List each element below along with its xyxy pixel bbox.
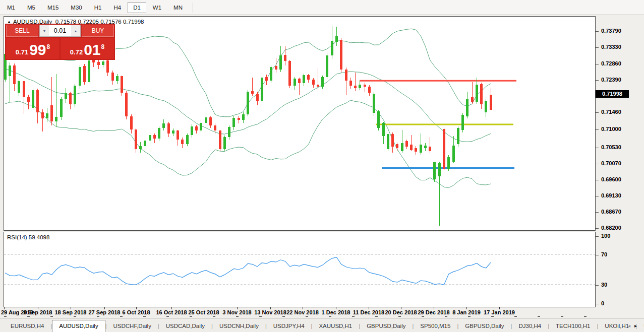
symbol-tab-gbpusd-daily[interactable]: GBPUSD,Daily: [360, 321, 412, 332]
date-minor-tick: [166, 316, 169, 317]
tab-scroll-right-icon[interactable]: ▸: [634, 323, 641, 328]
axis-tick: [596, 148, 599, 148]
timeframe-button-m1[interactable]: M1: [2, 2, 21, 13]
date-minor-tick: [422, 316, 424, 317]
axis-tick: [596, 64, 599, 64]
lot-decrease-icon[interactable]: ▼: [40, 25, 49, 36]
rsi-axis-label: 70: [601, 251, 607, 257]
date-minor-tick: [74, 316, 76, 317]
one-click-trading-widget: SELL ▼ ▲ BUY 0.71 99 8 0.72 01 8: [5, 24, 115, 60]
tab-scroll-left-icon[interactable]: ◂: [628, 323, 634, 328]
date-axis-label: 11 Dec 2018: [353, 309, 384, 315]
rsi-axis-label: 100: [601, 233, 610, 239]
price-axis-label: 0.73330: [601, 44, 621, 50]
timeframe-button-m30[interactable]: M30: [65, 2, 87, 13]
price-axis-label: 0.71460: [601, 109, 621, 115]
date-axis-label: 25 Oct 2018: [188, 309, 219, 315]
lot-increase-icon[interactable]: ▲: [71, 25, 80, 36]
timeframe-button-mn[interactable]: MN: [168, 2, 188, 13]
buy-price-small: 0.72: [70, 48, 83, 56]
axis-tick: [596, 112, 599, 113]
axis-tick: [596, 304, 599, 304]
symbol-tab-dj30-h4[interactable]: DJ30,H4: [512, 321, 548, 332]
date-axis-label: 3 Nov 2018: [222, 309, 251, 315]
timeframe-button-d1[interactable]: D1: [128, 2, 146, 13]
buy-price-button[interactable]: 0.72 01 8: [61, 38, 114, 59]
price-axis-label: 0.72860: [601, 60, 621, 67]
sell-price-big: 99: [29, 42, 46, 57]
price-axis-label: 0.68670: [601, 209, 621, 215]
timeframe-button-m5[interactable]: M5: [22, 2, 41, 13]
symbol-tab-xauusd-h1[interactable]: XAUUSD,H1: [312, 321, 359, 332]
symbol-tab-tech100-h1[interactable]: TECH100,H1: [549, 321, 597, 332]
axis-tick: [596, 164, 599, 164]
timeframe-toolbar: M1M5M15M30H1H4D1W1MN: [0, 0, 644, 15]
price-axis-label: 0.73790: [601, 28, 621, 34]
buy-button[interactable]: BUY: [82, 25, 114, 37]
toolbar-separator: [193, 3, 193, 13]
sell-price-button[interactable]: 0.71 99 8: [6, 38, 60, 59]
timeframe-button-m15[interactable]: M15: [42, 2, 64, 13]
sell-price-small: 0.71: [16, 48, 28, 56]
date-axis-label: 27 Sep 2018: [89, 309, 121, 315]
date-minor-tick: [259, 316, 262, 317]
timeframe-button-h4[interactable]: H4: [108, 2, 127, 13]
date-axis-label: 8 Jan 2019: [452, 309, 481, 315]
date-minor-tick: [561, 316, 563, 317]
date-axis-label: 1 Dec 2018: [322, 309, 350, 315]
date-minor-tick: [538, 316, 540, 317]
date-minor-tick: [398, 316, 401, 317]
date-axis-label: 13 Nov 2018: [254, 309, 286, 315]
rsi-axis-label: 0: [601, 300, 604, 306]
symbol-tab-sp500-m15[interactable]: SP500,M15: [414, 321, 457, 332]
axis-tick: [596, 236, 599, 237]
date-axis-label: 20 Dec 2018: [385, 309, 417, 315]
lot-size-stepper: ▼ ▲: [39, 25, 81, 37]
rsi-chart[interactable]: [4, 232, 595, 307]
axis-tick: [596, 212, 599, 213]
price-axis-label: 0.69600: [601, 176, 621, 182]
buy-price-big: 01: [84, 42, 100, 57]
price-axis-label: 0.72390: [601, 77, 621, 83]
price-axis-label: 0.69130: [601, 192, 621, 198]
date-minor-tick: [27, 316, 30, 317]
symbol-tab-usdchf-daily[interactable]: USDCHF,Daily: [107, 321, 158, 332]
date-minor-tick: [445, 316, 447, 317]
symbol-tab-audusd-daily[interactable]: AUDUSD,Daily: [52, 320, 105, 332]
date-axis: 29 Aug 20188 Sep 201818 Sep 201827 Sep 2…: [0, 307, 644, 318]
rsi-indicator-label: RSI(14) 59.4098: [7, 234, 49, 240]
date-minor-tick: [4, 316, 7, 317]
date-minor-tick: [282, 316, 285, 317]
sell-price-sup: 8: [47, 43, 50, 50]
date-minor-tick: [352, 316, 355, 317]
date-minor-tick: [306, 316, 308, 317]
sell-button[interactable]: SELL: [6, 25, 38, 37]
current-price-marker: 0.71998: [596, 90, 629, 98]
trading-platform-window: M1M5M15M30H1H4D1W1MN ▲AUDUSD,Daily 0.715…: [0, 0, 644, 332]
date-minor-tick: [329, 316, 331, 317]
tab-scroll-arrows: ◂▸: [628, 323, 641, 328]
date-axis-label: 18 Sep 2018: [55, 309, 87, 315]
axis-tick: [596, 255, 599, 255]
price-axis-label: 0.70530: [601, 144, 621, 150]
axis-tick: [596, 180, 599, 180]
timeframe-button-h1[interactable]: H1: [89, 2, 107, 13]
axis-tick: [596, 31, 599, 32]
date-minor-tick: [468, 316, 471, 317]
symbol-tab-gbpusd-daily[interactable]: GBPUSD,Daily: [458, 321, 510, 332]
symbol-tab-usdcnh-daily[interactable]: USDCNH,Daily: [213, 321, 265, 332]
date-minor-tick: [213, 316, 215, 317]
rsi-indicator-pane[interactable]: [4, 232, 596, 307]
symbol-tab-eurusd-h4[interactable]: EURUSD,H4: [4, 321, 50, 332]
date-minor-tick: [143, 316, 146, 317]
symbol-tab-usdjpy-h4[interactable]: USDJPY,H4: [267, 321, 311, 332]
date-minor-tick: [491, 316, 494, 317]
timeframe-button-w1[interactable]: W1: [147, 2, 167, 13]
date-axis-label: 8 Sep 2018: [24, 309, 52, 315]
price-axis-label: 0.71000: [601, 126, 621, 132]
axis-tick: [596, 285, 599, 286]
lot-size-input[interactable]: [49, 25, 71, 36]
symbol-tab-usdcad-daily[interactable]: USDCAD,Daily: [159, 321, 211, 332]
date-minor-tick: [50, 316, 53, 317]
price-axis-label: 0.70070: [601, 160, 621, 166]
